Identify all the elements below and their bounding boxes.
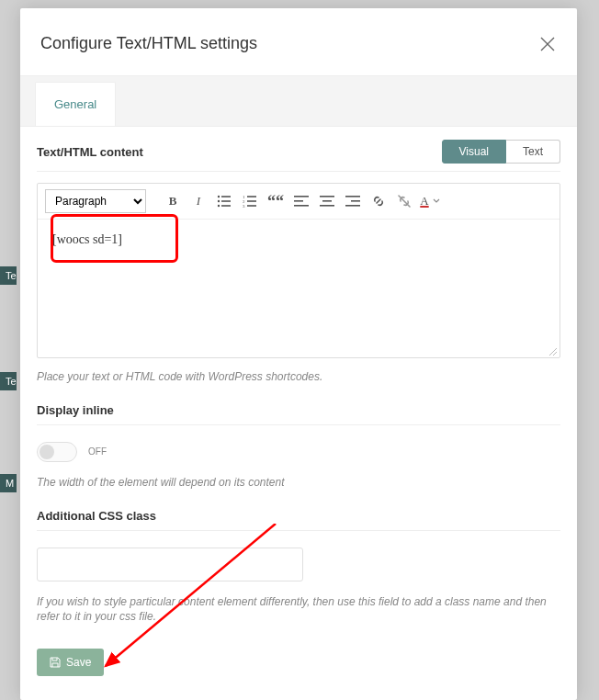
modal-title: Configure Text/HTML settings	[40, 34, 257, 53]
align-left-button[interactable]	[291, 191, 311, 211]
close-button[interactable]	[538, 35, 557, 53]
display-inline-helper: The width of the element will depend on …	[37, 475, 560, 491]
align-left-icon	[294, 196, 309, 207]
content-helper: Place your text or HTML code with WordPr…	[37, 369, 560, 385]
mode-text-button[interactable]: Text	[506, 140, 560, 164]
align-center-button[interactable]	[317, 191, 337, 211]
svg-rect-14	[294, 205, 309, 207]
content-header-row: Text/HTML content Visual Text	[37, 140, 560, 172]
save-button[interactable]: Save	[37, 649, 104, 676]
editor-area[interactable]: [woocs sd=1]	[38, 220, 559, 357]
svg-rect-18	[345, 196, 360, 198]
save-icon	[50, 657, 61, 668]
svg-rect-11	[247, 205, 256, 207]
svg-rect-20	[345, 205, 360, 207]
save-button-label: Save	[66, 656, 91, 669]
align-right-icon	[345, 196, 360, 207]
bullet-list-button[interactable]	[214, 191, 234, 211]
close-icon	[540, 37, 555, 51]
svg-rect-17	[320, 205, 334, 207]
svg-point-4	[218, 205, 220, 207]
svg-point-2	[218, 200, 220, 202]
format-select[interactable]: Paragraph	[45, 189, 146, 213]
bg-fragment: Te	[0, 372, 17, 390]
svg-rect-9	[247, 200, 256, 202]
svg-rect-13	[294, 200, 303, 202]
display-inline-toggle-row: OFF	[37, 442, 560, 462]
modal-header: Configure Text/HTML settings	[20, 8, 577, 75]
modal-body: Text/HTML content Visual Text Paragraph …	[20, 127, 577, 700]
svg-rect-5	[221, 205, 231, 207]
link-button[interactable]	[368, 191, 389, 211]
svg-rect-16	[322, 200, 332, 202]
italic-button[interactable]: I	[188, 191, 209, 211]
editor-content: [woocs sd=1]	[52, 232, 122, 246]
blockquote-button[interactable]: ““	[266, 191, 286, 211]
chevron-down-icon	[433, 198, 440, 204]
editor-toolbar: Paragraph B I 123 ““	[38, 184, 559, 220]
svg-rect-12	[294, 196, 309, 198]
display-inline-label: Display inline	[37, 403, 560, 425]
editor-container: Paragraph B I 123 ““	[37, 183, 560, 358]
css-class-helper: If you wish to style particular content …	[37, 594, 560, 626]
align-right-button[interactable]	[343, 191, 363, 211]
display-inline-toggle[interactable]	[37, 442, 77, 462]
svg-rect-7	[247, 196, 256, 198]
css-class-input[interactable]	[37, 548, 303, 581]
bold-icon: B	[169, 194, 177, 209]
svg-rect-1	[221, 196, 231, 198]
unlink-button[interactable]	[394, 191, 414, 211]
numbered-list-icon: 123	[243, 195, 257, 208]
editor-mode-toggle: Visual Text	[442, 140, 560, 164]
bold-button[interactable]: B	[163, 191, 183, 211]
align-center-icon	[320, 196, 334, 207]
bg-fragment: Te	[0, 266, 17, 285]
text-color-button[interactable]: A	[420, 191, 440, 211]
svg-rect-19	[351, 200, 360, 202]
italic-icon: I	[197, 194, 200, 209]
css-class-label: Additional CSS class	[37, 509, 560, 531]
numbered-list-button[interactable]: 123	[240, 191, 260, 211]
link-icon	[371, 194, 386, 209]
svg-point-0	[218, 196, 220, 198]
unlink-icon	[397, 194, 412, 209]
settings-modal: Configure Text/HTML settings General Tex…	[20, 8, 577, 700]
resize-handle[interactable]	[547, 344, 558, 356]
mode-visual-button[interactable]: Visual	[442, 140, 506, 164]
svg-rect-3	[221, 200, 231, 202]
toggle-knob	[40, 445, 54, 459]
bg-fragment: M	[0, 474, 17, 492]
text-color-icon: A	[420, 194, 428, 209]
content-label: Text/HTML content	[37, 145, 143, 159]
tabs-bar: General	[20, 75, 577, 127]
svg-text:3: 3	[243, 204, 245, 208]
bullet-list-icon	[217, 195, 232, 208]
tab-general[interactable]: General	[35, 82, 116, 126]
toggle-state-label: OFF	[88, 446, 107, 457]
svg-rect-15	[320, 196, 334, 198]
